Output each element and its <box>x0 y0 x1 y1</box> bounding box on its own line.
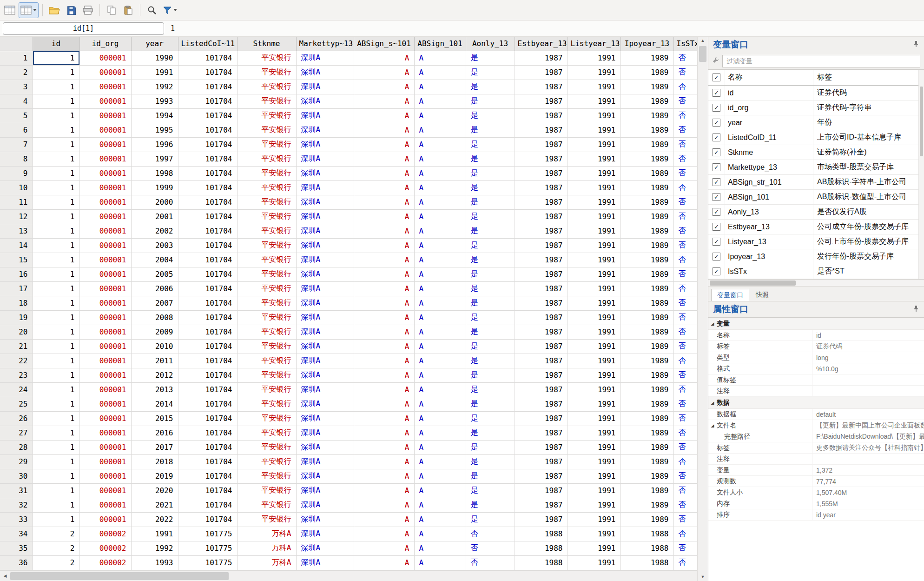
cell-id-35[interactable]: 2 <box>33 541 79 555</box>
grid-horizontal-scrollbar[interactable]: ◀ <box>0 570 697 581</box>
cell-ABSign_s~101-14[interactable]: A <box>354 238 414 253</box>
grid-vertical-scrollbar[interactable]: ▲ ▼ <box>697 37 708 581</box>
cell-IsSTx-23[interactable]: 否 <box>673 368 697 382</box>
cell-Markettyp~13-32[interactable]: 深圳A <box>296 498 354 512</box>
cell-id_org-12[interactable]: 000001 <box>79 209 131 224</box>
cell-Listyear_13-8[interactable]: 1991 <box>568 152 620 166</box>
cell-Listyear_13-7[interactable]: 1991 <box>568 137 620 152</box>
cell-year-12[interactable]: 2001 <box>131 209 178 224</box>
cell-id_org-29[interactable]: 000001 <box>79 454 131 469</box>
cell-ABSign_s~101-29[interactable]: A <box>354 454 414 469</box>
property-value[interactable]: F:\BaiduNetdiskDownload\【更新】最 <box>812 431 924 442</box>
cell-Stknme-32[interactable]: 平安银行 <box>237 498 296 512</box>
cell-ABSign_s~101-34[interactable]: A <box>354 527 414 541</box>
cell-ABSign_s~101-33[interactable]: A <box>354 512 414 527</box>
variable-checkbox[interactable]: ✓ <box>713 253 720 260</box>
variable-row-ListedCoID_11[interactable]: ✓ListedCoID_11上市公司ID-基本信息子库 <box>708 130 924 145</box>
property-section-variable[interactable]: ◢变量 <box>708 318 924 330</box>
cell-Estbyear_13-24[interactable]: 1987 <box>515 382 568 397</box>
row-number-32[interactable]: 32 <box>0 498 33 512</box>
cell-ABSign_s~101-8[interactable]: A <box>354 152 414 166</box>
cell-ListedCoI~11-27[interactable]: 101704 <box>178 426 237 440</box>
cell-id-17[interactable]: 1 <box>33 281 79 296</box>
cell-ABSign_101-4[interactable]: A <box>414 94 466 108</box>
cell-ListedCoI~11-23[interactable]: 101704 <box>178 368 237 382</box>
prop-row-memory[interactable]: 内存1,555M <box>708 498 924 509</box>
cell-Stknme-17[interactable]: 平安银行 <box>237 281 296 296</box>
property-value[interactable]: default <box>812 409 924 420</box>
cell-year-4[interactable]: 1993 <box>131 94 178 108</box>
cell-Stknme-34[interactable]: 万科A <box>237 527 296 541</box>
cell-year-21[interactable]: 2010 <box>131 339 178 354</box>
cell-ListedCoI~11-31[interactable]: 101704 <box>178 483 237 498</box>
cell-IsSTx-2[interactable]: 否 <box>673 65 697 80</box>
cell-ListedCoI~11-29[interactable]: 101704 <box>178 454 237 469</box>
cell-ABSign_s~101-16[interactable]: A <box>354 267 414 281</box>
cell-id_org-18[interactable]: 000001 <box>79 296 131 310</box>
cell-ListedCoI~11-34[interactable]: 101775 <box>178 527 237 541</box>
cell-year-10[interactable]: 1999 <box>131 180 178 195</box>
cell-Markettyp~13-33[interactable]: 深圳A <box>296 512 354 527</box>
cell-Stknme-27[interactable]: 平安银行 <box>237 426 296 440</box>
cell-Estbyear_13-2[interactable]: 1987 <box>515 65 568 80</box>
cell-ListedCoI~11-7[interactable]: 101704 <box>178 137 237 152</box>
cell-IsSTx-14[interactable]: 否 <box>673 238 697 253</box>
cell-Aonly_13-18[interactable]: 是 <box>466 296 515 310</box>
cell-ABSign_101-3[interactable]: A <box>414 80 466 94</box>
cell-Stknme-31[interactable]: 平安银行 <box>237 483 296 498</box>
cell-Listyear_13-27[interactable]: 1991 <box>568 426 620 440</box>
cell-id-20[interactable]: 1 <box>33 325 79 339</box>
property-value[interactable]: 77,774 <box>812 476 924 487</box>
cell-Markettyp~13-26[interactable]: 深圳A <box>296 411 354 426</box>
cell-Markettyp~13-6[interactable]: 深圳A <box>296 123 354 137</box>
row-number-15[interactable]: 15 <box>0 253 33 267</box>
cell-Listyear_13-12[interactable]: 1991 <box>568 209 620 224</box>
cell-id_org-7[interactable]: 000001 <box>79 137 131 152</box>
cell-Aonly_13-5[interactable]: 是 <box>466 108 515 123</box>
cell-ListedCoI~11-11[interactable]: 101704 <box>178 195 237 209</box>
cell-IsSTx-5[interactable]: 否 <box>673 108 697 123</box>
cell-Ipoyear_13-6[interactable]: 1989 <box>620 123 673 137</box>
cell-ListedCoI~11-28[interactable]: 101704 <box>178 440 237 454</box>
cell-IsSTx-36[interactable]: 否 <box>673 555 697 570</box>
cell-Aonly_13-11[interactable]: 是 <box>466 195 515 209</box>
cell-Ipoyear_13-24[interactable]: 1989 <box>620 382 673 397</box>
property-value[interactable]: 1,555M <box>812 498 924 509</box>
cell-year-15[interactable]: 2004 <box>131 253 178 267</box>
cell-Markettyp~13-35[interactable]: 深圳A <box>296 541 354 555</box>
cell-id_org-31[interactable]: 000001 <box>79 483 131 498</box>
cell-year-35[interactable]: 1992 <box>131 541 178 555</box>
row-number-21[interactable]: 21 <box>0 339 33 354</box>
cell-Stknme-36[interactable]: 万科A <box>237 555 296 570</box>
cell-Estbyear_13-14[interactable]: 1987 <box>515 238 568 253</box>
print-button[interactable] <box>80 2 96 18</box>
cell-IsSTx-11[interactable]: 否 <box>673 195 697 209</box>
cell-ABSign_s~101-12[interactable]: A <box>354 209 414 224</box>
cell-IsSTx-13[interactable]: 否 <box>673 224 697 238</box>
cell-Estbyear_13-23[interactable]: 1987 <box>515 368 568 382</box>
cell-Stknme-16[interactable]: 平安银行 <box>237 267 296 281</box>
cell-Markettyp~13-30[interactable]: 深圳A <box>296 469 354 483</box>
cell-Listyear_13-18[interactable]: 1991 <box>568 296 620 310</box>
cell-year-19[interactable]: 2008 <box>131 310 178 325</box>
cell-Ipoyear_13-26[interactable]: 1989 <box>620 411 673 426</box>
row-number-2[interactable]: 2 <box>0 65 33 80</box>
row-number-11[interactable]: 11 <box>0 195 33 209</box>
cell-Listyear_13-3[interactable]: 1991 <box>568 80 620 94</box>
cell-Markettyp~13-3[interactable]: 深圳A <box>296 80 354 94</box>
cell-IsSTx-32[interactable]: 否 <box>673 498 697 512</box>
cell-id_org-15[interactable]: 000001 <box>79 253 131 267</box>
cell-ListedCoI~11-13[interactable]: 101704 <box>178 224 237 238</box>
cell-Listyear_13-4[interactable]: 1991 <box>568 94 620 108</box>
cell-Aonly_13-10[interactable]: 是 <box>466 180 515 195</box>
cell-ABSign_s~101-10[interactable]: A <box>354 180 414 195</box>
save-button[interactable] <box>63 2 79 18</box>
cell-ABSign_s~101-9[interactable]: A <box>354 166 414 180</box>
cell-Ipoyear_13-28[interactable]: 1989 <box>620 440 673 454</box>
cell-Estbyear_13-29[interactable]: 1987 <box>515 454 568 469</box>
cell-Ipoyear_13-17[interactable]: 1989 <box>620 281 673 296</box>
cell-Listyear_13-5[interactable]: 1991 <box>568 108 620 123</box>
cell-IsSTx-18[interactable]: 否 <box>673 296 697 310</box>
row-number-3[interactable]: 3 <box>0 80 33 94</box>
row-number-1[interactable]: 1 <box>0 51 33 65</box>
